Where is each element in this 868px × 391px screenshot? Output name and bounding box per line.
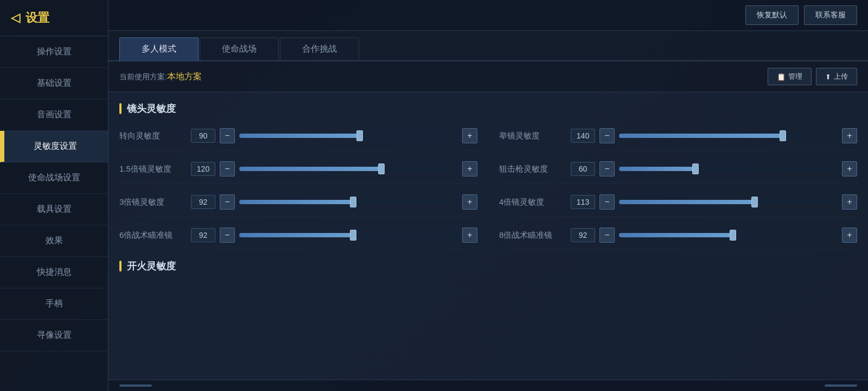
slider-fill-scope-4x bbox=[619, 200, 755, 204]
sidebar-item-audio-visual[interactable]: 音画设置 bbox=[0, 99, 108, 131]
scheme-info: 当前使用方案:本地方案 bbox=[119, 71, 202, 83]
slider-track-scope-4x[interactable] bbox=[619, 200, 838, 204]
decrease-btn-scope-8x[interactable]: − bbox=[599, 228, 615, 243]
upload-icon: ⬆ bbox=[825, 73, 831, 81]
bottom-indicator-right bbox=[825, 384, 857, 387]
setting-label-turn-sensitivity: 转向灵敏度 bbox=[119, 131, 184, 141]
tabs-container: 多人模式使命战场合作挑战 bbox=[108, 31, 868, 61]
settings-content[interactable]: 镜头灵敏度转向灵敏度90−+举镜灵敏度140−+1.5倍镜灵敏度120−+狙击枪… bbox=[108, 92, 868, 380]
setting-control-scope-1-5x: 120−+ bbox=[191, 161, 477, 176]
setting-control-scope-8x: 92−+ bbox=[571, 228, 857, 243]
setting-control-scope-4x: 113−+ bbox=[571, 194, 857, 210]
decrease-btn-scope-3x[interactable]: − bbox=[220, 194, 235, 210]
setting-value-scope-8x: 92 bbox=[571, 228, 595, 242]
slider-track-turn-sensitivity[interactable] bbox=[239, 134, 458, 138]
tab-mission[interactable]: 使命战场 bbox=[200, 37, 279, 60]
setting-row-scope-8x: 8倍战术瞄准镜92−+ bbox=[499, 221, 857, 250]
increase-btn-scope-4x[interactable]: + bbox=[842, 194, 857, 210]
tab-multiplayer[interactable]: 多人模式 bbox=[119, 37, 199, 61]
sidebar-item-basic[interactable]: 基础设置 bbox=[0, 68, 108, 99]
setting-label-sniper-sensitivity: 狙击枪灵敏度 bbox=[499, 164, 564, 174]
contact-support-button[interactable]: 联系客服 bbox=[804, 5, 857, 25]
setting-row-scope-1-5x: 1.5倍镜灵敏度120−+ bbox=[119, 155, 477, 184]
scheme-prefix: 当前使用方案: bbox=[119, 72, 167, 81]
slider-fill-aim-sensitivity bbox=[619, 134, 783, 138]
setting-value-scope-6x: 92 bbox=[191, 228, 215, 242]
setting-value-scope-1-5x: 120 bbox=[191, 162, 215, 176]
setting-control-turn-sensitivity: 90−+ bbox=[191, 128, 477, 143]
decrease-btn-scope-1-5x[interactable]: − bbox=[220, 161, 235, 176]
decrease-btn-turn-sensitivity[interactable]: − bbox=[220, 128, 235, 143]
slider-track-sniper-sensitivity[interactable] bbox=[619, 167, 838, 171]
sidebar-item-vehicle[interactable]: 载具设置 bbox=[0, 194, 108, 225]
sidebar-item-operation[interactable]: 操作设置 bbox=[0, 36, 108, 68]
slider-thumb-turn-sensitivity[interactable] bbox=[356, 130, 363, 141]
slider-track-scope-6x[interactable] bbox=[239, 233, 458, 237]
slider-thumb-sniper-sensitivity[interactable] bbox=[692, 163, 699, 174]
scheme-bar: 当前使用方案:本地方案 📋 管理 ⬆ 上传 bbox=[108, 61, 868, 92]
increase-btn-scope-6x[interactable]: + bbox=[462, 228, 477, 243]
section-title-camera: 镜头灵敏度 bbox=[119, 92, 857, 122]
section-fire: 开火灵敏度 bbox=[119, 250, 857, 279]
slider-track-aim-sensitivity[interactable] bbox=[619, 134, 838, 138]
slider-thumb-scope-3x[interactable] bbox=[350, 197, 356, 207]
decrease-btn-sniper-sensitivity[interactable]: − bbox=[599, 161, 615, 176]
tabs-list: 多人模式使命战场合作挑战 bbox=[119, 37, 360, 60]
sidebar-item-quick-msg[interactable]: 快捷消息 bbox=[0, 257, 108, 288]
bottom-bar bbox=[108, 380, 868, 391]
increase-btn-sniper-sensitivity[interactable]: + bbox=[842, 161, 857, 176]
slider-thumb-scope-8x[interactable] bbox=[730, 230, 736, 241]
setting-control-scope-3x: 92−+ bbox=[191, 194, 477, 210]
setting-label-scope-6x: 6倍战术瞄准镜 bbox=[119, 230, 184, 241]
setting-row-sniper-sensitivity: 狙击枪灵敏度60−+ bbox=[499, 155, 857, 184]
slider-track-scope-1-5x[interactable] bbox=[239, 167, 458, 171]
sidebar-item-sensitivity[interactable]: 灵敏度设置 bbox=[0, 131, 108, 162]
increase-btn-scope-1-5x[interactable]: + bbox=[462, 161, 477, 176]
setting-control-sniper-sensitivity: 60−+ bbox=[571, 161, 857, 176]
restore-default-button[interactable]: 恢复默认 bbox=[745, 5, 799, 25]
slider-thumb-scope-6x[interactable] bbox=[350, 230, 356, 241]
decrease-btn-scope-4x[interactable]: − bbox=[599, 194, 615, 210]
main-content: 恢复默认 联系客服 多人模式使命战场合作挑战 当前使用方案:本地方案 📋 管理 … bbox=[108, 0, 868, 391]
scheme-actions: 📋 管理 ⬆ 上传 bbox=[768, 68, 857, 85]
increase-btn-scope-8x[interactable]: + bbox=[842, 228, 857, 243]
sidebar-nav: 操作设置基础设置音画设置灵敏度设置使命战场设置载具设置效果快捷消息手柄寻像设置 bbox=[0, 36, 108, 351]
setting-row-turn-sensitivity: 转向灵敏度90−+ bbox=[119, 122, 477, 150]
setting-label-scope-3x: 3倍镜灵敏度 bbox=[119, 197, 184, 207]
decrease-btn-aim-sensitivity[interactable]: − bbox=[599, 128, 615, 143]
slider-thumb-aim-sensitivity[interactable] bbox=[780, 130, 786, 141]
setting-control-scope-6x: 92−+ bbox=[191, 228, 477, 243]
decrease-btn-scope-6x[interactable]: − bbox=[220, 228, 235, 243]
setting-value-scope-3x: 92 bbox=[191, 195, 215, 209]
bottom-indicator-left bbox=[119, 384, 152, 387]
setting-label-aim-sensitivity: 举镜灵敏度 bbox=[499, 131, 564, 141]
slider-fill-turn-sensitivity bbox=[239, 134, 360, 138]
sidebar-item-handle[interactable]: 手柄 bbox=[0, 288, 108, 320]
slider-fill-sniper-sensitivity bbox=[619, 167, 695, 171]
sidebar-item-mission[interactable]: 使命战场设置 bbox=[0, 162, 108, 194]
setting-value-sniper-sensitivity: 60 bbox=[571, 162, 595, 176]
increase-btn-turn-sensitivity[interactable]: + bbox=[462, 128, 477, 143]
slider-track-scope-8x[interactable] bbox=[619, 233, 838, 237]
setting-row-scope-3x: 3倍镜灵敏度92−+ bbox=[119, 188, 477, 217]
app-layout: ◁ 设置 操作设置基础设置音画设置灵敏度设置使命战场设置载具设置效果快捷消息手柄… bbox=[0, 0, 868, 391]
manage-scheme-button[interactable]: 📋 管理 bbox=[768, 68, 812, 85]
setting-value-scope-4x: 113 bbox=[571, 195, 595, 209]
upload-scheme-button[interactable]: ⬆ 上传 bbox=[816, 68, 857, 85]
sidebar-item-profile[interactable]: 寻像设置 bbox=[0, 320, 108, 351]
slider-fill-scope-1-5x bbox=[239, 167, 381, 171]
sidebar-item-effects[interactable]: 效果 bbox=[0, 225, 108, 257]
setting-value-turn-sensitivity: 90 bbox=[191, 129, 215, 143]
scheme-name: 本地方案 bbox=[167, 72, 202, 81]
back-arrow-icon[interactable]: ◁ bbox=[11, 11, 20, 25]
section-title-fire: 开火灵敏度 bbox=[119, 250, 857, 279]
increase-btn-scope-3x[interactable]: + bbox=[462, 194, 477, 210]
increase-btn-aim-sensitivity[interactable]: + bbox=[842, 128, 857, 143]
tab-coop[interactable]: 合作挑战 bbox=[280, 37, 359, 60]
slider-track-scope-3x[interactable] bbox=[239, 200, 458, 204]
slider-thumb-scope-1-5x[interactable] bbox=[378, 163, 385, 174]
slider-thumb-scope-4x[interactable] bbox=[751, 197, 758, 207]
settings-grid-camera: 转向灵敏度90−+举镜灵敏度140−+1.5倍镜灵敏度120−+狙击枪灵敏度60… bbox=[119, 122, 857, 250]
setting-row-scope-4x: 4倍镜灵敏度113−+ bbox=[499, 188, 857, 217]
topbar: 恢复默认 联系客服 bbox=[108, 0, 868, 31]
